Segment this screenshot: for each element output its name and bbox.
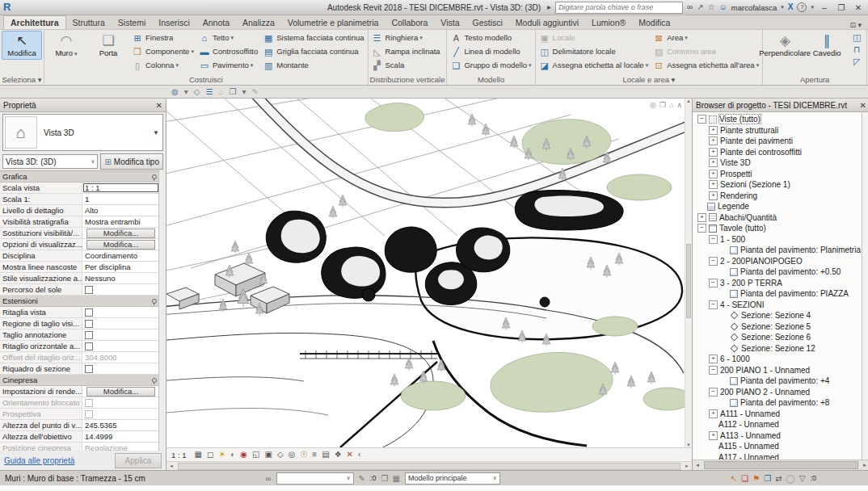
chevron-down-icon[interactable]: ▾ (529, 62, 532, 69)
properties-scrollbar[interactable]: ▲▼ (158, 171, 159, 451)
tree-item-abachi-quantit[interactable]: +Abachi/Quantità (693, 212, 862, 224)
tab-struttura[interactable]: Struttura (66, 16, 112, 29)
clipboard-icon[interactable]: ❐ (229, 87, 236, 97)
binoculars-icon[interactable]: ∞ (687, 2, 693, 13)
zoom-icon[interactable]: ⌂ (669, 101, 673, 109)
griglia-facciata-continua-button[interactable]: ▤Griglia facciata continua (261, 44, 365, 58)
chevron-down-icon[interactable]: ▼ (153, 129, 159, 136)
model-view[interactable]: ◎❐⌂∧ (166, 99, 692, 448)
chevron-down-icon[interactable]: ▾ (646, 62, 649, 69)
tree-item-viste-tutto[interactable]: −Viste (tutto) (693, 114, 862, 125)
tree-item-pianta-del-pavimento-0-50[interactable]: Pianta del pavimento: +0.50 (693, 266, 862, 278)
analytical-model-icon[interactable]: ❖ (335, 450, 342, 460)
collapse-icon[interactable]: − (709, 235, 718, 244)
section-cinepresa[interactable]: Cinepresa (0, 375, 159, 386)
expand-icon[interactable]: + (709, 158, 718, 167)
tree-item-2-200pianoipogeo[interactable]: −2 - 200PIANOIPOGEO (693, 256, 862, 267)
riquadro-di-sezione-checkbox[interactable] (85, 365, 93, 373)
chevron-down-icon[interactable]: ▾ (781, 2, 784, 13)
sostituzioni-visibilit-edit-button[interactable]: Modifica... (86, 229, 155, 238)
percorso-del-sole-checkbox[interactable] (85, 286, 93, 294)
property-value[interactable] (82, 329, 159, 340)
tree-item-sezioni-sezione-1[interactable]: +Sezioni (Sezione 1) (693, 179, 862, 191)
eyedropper-icon[interactable]: ✎ (251, 87, 258, 97)
tab-volumetrie-e-planimetria[interactable]: Volumetrie e planimetria (281, 16, 386, 29)
property-value[interactable]: Alto (82, 205, 159, 216)
select-underlay-icon[interactable]: ❏ (741, 473, 748, 484)
snap-circle-icon[interactable]: ◯ (786, 473, 795, 484)
tree-item-rendering[interactable]: +Rendering (693, 191, 862, 202)
revit-logo-icon[interactable]: R (3, 2, 16, 13)
perpendicolare-button[interactable]: ◈Perpendicolare (765, 31, 805, 60)
collapse-icon[interactable]: − (709, 300, 718, 309)
expand-icon[interactable]: + (709, 180, 718, 189)
property-value[interactable]: 245.5365 (82, 420, 159, 430)
property-value[interactable]: Mostra entrambi (82, 216, 159, 227)
diamond-icon[interactable]: ◇ (194, 87, 200, 97)
ritaglia-vista-checkbox[interactable] (85, 308, 93, 317)
worksharing-display-icon[interactable]: ≡ (312, 450, 317, 460)
tree-item-pianta-del-pavimento-4[interactable]: Pianta del pavimento: +4 (693, 376, 862, 387)
exclude-options-icon[interactable]: ▦ (392, 473, 399, 484)
share-icon[interactable]: ↗ (697, 2, 703, 13)
property-value[interactable]: Per disciplina (82, 262, 159, 272)
drawing-area[interactable]: ◎❐⌂∧ (166, 99, 692, 470)
expand-icon[interactable]: + (709, 409, 718, 418)
lock-view-icon[interactable]: ◇ (277, 450, 284, 460)
gruppo-di-modello-button[interactable]: ❑Gruppo di modello▾ (449, 58, 533, 72)
tree-item-a115-unnamed[interactable]: A115 - Unnamed (693, 441, 862, 452)
tab-moduli-aggiuntivi[interactable]: Moduli aggiuntivi (509, 16, 585, 29)
crop-view-icon[interactable]: ◱ (252, 450, 259, 460)
collapse-icon[interactable]: − (709, 257, 718, 266)
chevron-down-icon[interactable]: ▾ (184, 87, 188, 97)
tab-analizza[interactable]: Analizza (236, 16, 281, 29)
tree-item-a111-unnamed[interactable]: +A111 - Unnamed (693, 409, 862, 420)
property-value[interactable] (82, 363, 159, 374)
opzioni-di-visualizzaz-edit-button[interactable]: Modifica... (86, 240, 155, 250)
expand-icon[interactable]: + (709, 191, 718, 200)
section-grafica[interactable]: Grafica (0, 171, 159, 183)
porta-button[interactable]: ❏Porta (88, 31, 129, 60)
property-value[interactable]: Modifica... (82, 386, 159, 397)
scroll-up-icon[interactable]: ∧ (676, 101, 682, 109)
expand-icon[interactable]: + (709, 431, 718, 440)
browser-hscrollbar[interactable]: ◄► (693, 460, 868, 470)
montante-button[interactable]: ▥Montante (261, 58, 365, 72)
property-value[interactable]: Modifica... (82, 239, 159, 250)
dormer-opening-button[interactable]: ◸ (849, 55, 865, 67)
tree-item-3-200-p-terra[interactable]: −3 - 200 P TERRA (693, 278, 862, 289)
section-estensioni[interactable]: Estensioni (0, 296, 159, 307)
worksets-icon[interactable]: ∞ (265, 473, 271, 484)
tree-item-prospetti[interactable]: +Prospetti (693, 169, 862, 180)
controsoffitto-button[interactable]: ▬Controsoffitto (197, 44, 259, 58)
collapse-search-icon[interactable]: ▸ (547, 2, 551, 13)
scale-button[interactable]: 1 : 1 (171, 451, 187, 460)
tree-item-viste-3d[interactable]: +Viste 3D (693, 157, 862, 169)
tree-item-piante-dei-pavimenti[interactable]: +Piante dei pavimenti (693, 136, 862, 147)
help-icon[interactable]: ? (797, 2, 807, 12)
tree-item-piante-dei-controsoffitti[interactable]: +Piante dei controsoffitti (693, 147, 862, 158)
minimize-button[interactable]: – (818, 3, 831, 12)
tree-item-a113-unnamed[interactable]: +A113 - Unnamed (693, 430, 862, 442)
expand-icon[interactable]: + (709, 148, 718, 157)
impostazioni-di-rende-edit-button[interactable]: Modifica... (86, 387, 155, 397)
taglio-annotazione-checkbox[interactable] (85, 331, 93, 339)
tree-item-pianta-del-pavimento-piazza[interactable]: Pianta del pavimento: PIAZZA (693, 288, 862, 300)
design-options-icon[interactable]: ❒ (381, 473, 388, 484)
tree-item-200-piano-1-unnamed[interactable]: −200 PIANO 1 - Unnamed (693, 365, 862, 376)
chevron-down-icon[interactable]: ▾ (685, 35, 688, 41)
property-value[interactable]: 1 : 1 (82, 183, 159, 193)
tree-item-4-sezioni[interactable]: −4 - SEZIONI (693, 300, 862, 311)
tree-item-tavole-tutto[interactable]: −Tavole (tutto) (693, 223, 862, 234)
design-options-combo[interactable]: Modello principale∨ (405, 472, 500, 485)
tree-item-1-500[interactable]: −1 - 500 (693, 234, 862, 246)
steering-wheel-icon[interactable]: ◎ (650, 101, 656, 109)
tetto-button[interactable]: ⌂Tetto▾ (197, 31, 259, 44)
close-icon[interactable]: ✕ (860, 101, 866, 110)
sistema-facciata-continua-button[interactable]: ▦Sistema facciata continua (261, 31, 365, 44)
tab-annota[interactable]: Annota (196, 16, 236, 29)
modifica-button[interactable]: ↖Modifica (2, 31, 42, 60)
user-name[interactable]: marcofalasca (731, 3, 777, 12)
scala-button[interactable]: ▞Scala (370, 58, 442, 72)
ritaglio-orizzontale-a-checkbox[interactable] (85, 342, 93, 350)
